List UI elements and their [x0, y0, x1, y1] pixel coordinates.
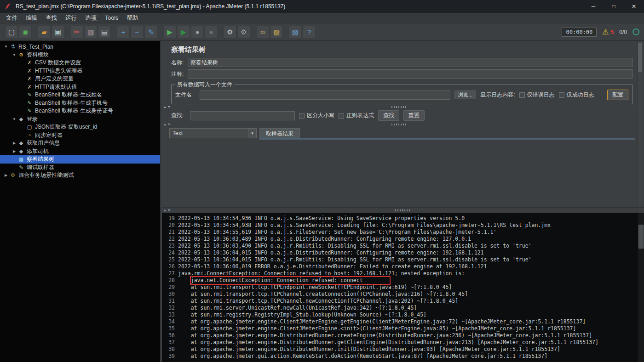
clear-button[interactable]: ▨	[270, 26, 283, 39]
splitter-2[interactable]: ▲▼	[162, 122, 636, 127]
browse-button[interactable]: 浏览...	[454, 90, 476, 99]
title-bar: RS_test_plan.jmx (C:\Program Files\apach…	[0, 0, 644, 13]
menu-options[interactable]: 选项	[81, 13, 101, 23]
tree-collapsed-arrow-icon[interactable]: ▶	[11, 149, 17, 153]
log-line-number: 19	[162, 215, 175, 222]
log-line-text: 2022-05-13 10:36:04,015 INFO o.a.j.e.Dis…	[178, 249, 484, 256]
renderer-select[interactable]: Text ▼	[169, 128, 257, 138]
open-file-button[interactable]: ▰	[38, 26, 51, 39]
log-line: 242022-05-13 10:36:04,015 INFO o.a.j.e.D…	[162, 249, 644, 256]
renderer-dropdown-button[interactable]: ▼	[248, 129, 256, 138]
maximize-button[interactable]: □	[604, 0, 624, 13]
log-scrollbar-thumb[interactable]	[638, 225, 644, 249]
splitter-1[interactable]: ▲▼	[162, 104, 636, 109]
tree-item-csv-data-set[interactable]: ✗CSV 数据文件设置	[0, 59, 160, 67]
toggle-button[interactable]: ✎	[144, 26, 157, 39]
log-line: 232022-05-13 10:36:03,490 INFO o.a.j.r.R…	[162, 243, 644, 249]
paste-button[interactable]: ▤	[98, 26, 111, 39]
log-warnings[interactable]: ⚠ 5	[602, 28, 614, 36]
splitter-grip[interactable]	[391, 124, 407, 125]
menu-search[interactable]: 查找	[41, 13, 61, 23]
tree-item-label: BeanShell 取样器-生成身份证号	[35, 107, 113, 115]
copy-button[interactable]: ▥	[84, 26, 97, 39]
tree-item-get-user-info[interactable]: ▶◆获取用户信息	[0, 139, 160, 147]
remote-shutdown-all-button[interactable]: ⚙	[237, 26, 250, 39]
log-indent	[178, 284, 191, 291]
tree-item-login[interactable]: ▼◆登录	[0, 115, 160, 124]
new-file-button[interactable]: ▢	[5, 26, 18, 39]
splitter-grip[interactable]	[395, 209, 411, 211]
tree-item-sync-timer[interactable]: ◔同步定时器	[0, 131, 160, 140]
stop-button[interactable]: ●	[191, 26, 204, 39]
clear-all-button[interactable]: ▧	[289, 26, 302, 39]
find-button[interactable]: 查找	[378, 110, 399, 121]
comment-input[interactable]	[188, 69, 632, 79]
menu-help[interactable]: 帮助	[122, 13, 142, 23]
save-button[interactable]: ▣	[52, 26, 64, 39]
tree-collapsed-arrow-icon[interactable]: ▶	[11, 141, 17, 145]
start-no-pauses-button[interactable]: ▶	[177, 26, 190, 39]
log-line-number: 27	[162, 270, 175, 277]
filename-input[interactable]	[200, 90, 450, 100]
reset-button[interactable]: 重置	[403, 110, 425, 121]
log-indent	[178, 325, 191, 332]
shutdown-button[interactable]: ●	[205, 26, 218, 39]
log-line-text: at sun.rmi.registry.RegistryImpl_Stub.lo…	[191, 311, 426, 318]
config-scrollbar[interactable]	[637, 42, 643, 206]
minimize-button[interactable]: ─	[583, 0, 604, 13]
tree-item-json-extractor-user-id[interactable]: ▢JSON提取器-提取user_id	[0, 123, 160, 131]
tree-item-beanshell-name[interactable]: ✎BeanShell 取样器-生成姓名	[0, 91, 160, 99]
tree-item-user-defined-variables[interactable]: ✗用户定义的变量	[0, 75, 160, 83]
tree-item-label: BeanShell 取样器-生成手机号	[35, 99, 108, 107]
config-scrollbar-thumb[interactable]	[638, 43, 642, 72]
splitter-collapse-arrows-icon[interactable]: ▲▼	[163, 209, 172, 212]
tree-item-http-request-defaults[interactable]: ✗HTTP请求默认值	[0, 83, 160, 91]
menu-file[interactable]: 文件	[2, 13, 22, 23]
find-input[interactable]	[190, 111, 295, 120]
cut-button[interactable]: ✂	[70, 26, 83, 39]
log-splitter[interactable]: ▲▼	[162, 207, 644, 213]
tree-item-beanshell-phone[interactable]: ✎BeanShell 取样器-生成手机号	[0, 99, 160, 107]
tree-expanded-arrow-icon[interactable]: ▼	[3, 45, 9, 49]
menu-edit[interactable]: 编辑	[22, 13, 41, 23]
tree-item-add-driver[interactable]: ▶◆添加司机	[0, 147, 160, 156]
tree-item-beanshell-idcard[interactable]: ✎BeanShell 取样器-生成身份证号	[0, 107, 160, 115]
tree-item-test-plan[interactable]: ▼⚗RS_Test_Plan	[0, 43, 160, 51]
search-button[interactable]: ∞	[256, 26, 269, 39]
close-button[interactable]: ✕	[624, 0, 644, 13]
tree-expanded-arrow-icon[interactable]: ▼	[11, 117, 17, 121]
collapse-all-button[interactable]: −	[131, 26, 144, 39]
splitter-collapse-arrows-icon[interactable]: ▲▼	[163, 123, 172, 126]
log-line-number: 33	[162, 311, 175, 318]
search-icon: ∞	[260, 28, 265, 35]
comment-row: 注释:	[171, 69, 632, 79]
results-tree-view	[169, 138, 257, 140]
tree-item-debug-sampler[interactable]: ✎调试取样器	[0, 164, 160, 172]
tree-item-http-header-manager[interactable]: ✗HTTP信息头管理器	[0, 67, 160, 75]
success-only-checkbox[interactable]	[559, 92, 564, 98]
templates-button[interactable]: ◉	[19, 26, 32, 39]
splitter-collapse-arrows-icon[interactable]: ▲▼	[163, 105, 172, 108]
remote-start-all-button[interactable]: ⚙	[224, 26, 236, 39]
tree-item-view-results-tree[interactable]: ▦察看结果树	[0, 155, 160, 164]
name-input[interactable]	[188, 58, 632, 67]
help-button[interactable]: ?	[303, 26, 316, 39]
tree-item-mixed-scenario-test[interactable]: ▶⚙混合业务场景性能测试	[0, 171, 160, 180]
log-scrollbar[interactable]	[638, 213, 644, 362]
menu-run[interactable]: 运行	[61, 13, 81, 23]
tree-item-data-module[interactable]: ▼⚙资料模块	[0, 51, 160, 59]
tree-expanded-arrow-icon[interactable]: ▼	[11, 53, 17, 57]
log-line-number: 38	[162, 346, 175, 353]
log-line-number: 37	[162, 339, 175, 346]
splitter-grip[interactable]	[391, 106, 407, 108]
start-no-pauses-icon: ▶	[181, 28, 186, 35]
tree-collapsed-arrow-icon[interactable]: ▶	[3, 173, 9, 177]
start-button[interactable]: ▶	[163, 26, 176, 39]
config-button[interactable]: 配置	[607, 90, 628, 100]
expand-all-button[interactable]: +	[117, 26, 130, 39]
tab-sampler-result[interactable]: 取样器结果	[259, 128, 300, 138]
menu-tools[interactable]: Tools	[101, 14, 122, 22]
regex-checkbox[interactable]	[339, 113, 344, 119]
errors-only-checkbox[interactable]	[519, 92, 525, 98]
case-sensitive-checkbox[interactable]	[299, 113, 305, 119]
